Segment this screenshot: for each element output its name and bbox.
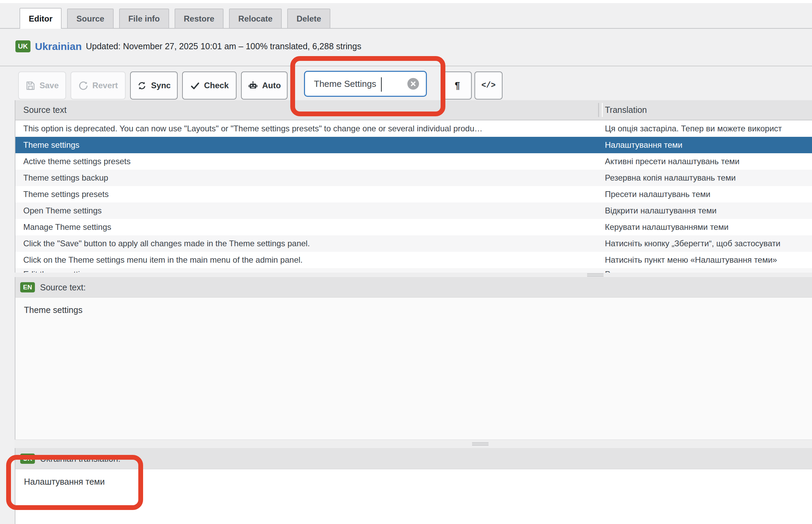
text-cursor [381, 77, 382, 92]
source-text-bar: EN Source text: [15, 277, 812, 298]
table-row[interactable]: Manage Theme settingsКерувати налаштуван… [15, 219, 812, 235]
translation-cell: Активні пресети налаштувань теми [605, 153, 812, 170]
translation-cell: Редагувати налаштування теми [605, 270, 812, 273]
sync-label: Sync [151, 81, 170, 90]
save-icon [25, 81, 35, 91]
source-cell: Theme settings presets [23, 186, 592, 202]
tab-file-info[interactable]: File info [119, 9, 169, 28]
revert-icon [78, 81, 88, 91]
source-cell: Open Theme settings [23, 202, 592, 219]
translation-bar: UK Ukrainian translation: [15, 448, 812, 469]
translation-cell: Пресети налаштувань теми [605, 186, 812, 202]
tab-bar: Editor Source File info Restore Relocate… [0, 9, 812, 29]
tab-relocate[interactable]: Relocate [229, 9, 282, 28]
table-row[interactable]: Click the "Save" button to apply all cha… [15, 235, 812, 252]
translation-label: Ukrainian translation: [40, 454, 120, 463]
save-button[interactable]: Save [18, 71, 66, 100]
table-row[interactable]: Edit theme settingsРедагувати налаштуван… [15, 268, 812, 273]
list-splitter[interactable] [15, 273, 812, 277]
source-text-content: Theme settings [24, 305, 83, 315]
source-cell: This option is deprecated. You can now u… [23, 120, 592, 137]
revert-label: Revert [92, 81, 118, 90]
check-label: Check [204, 81, 229, 90]
source-cell: Theme settings backup [23, 170, 592, 186]
column-header-source[interactable]: Source text [23, 100, 66, 120]
pilcrow-icon: ¶ [455, 80, 460, 91]
auto-label: Auto [262, 81, 281, 90]
source-cell: Click on the Theme settings menu item in… [23, 252, 592, 268]
language-badge: UK [15, 40, 30, 52]
table-row[interactable]: Active theme settings presetsАктивні пре… [15, 153, 812, 170]
column-resize-handle[interactable] [598, 103, 603, 117]
translation-cell: Натисніть пункт меню «Налаштування теми» [605, 252, 812, 268]
table-row[interactable]: Theme settings backupРезервна копія нала… [15, 170, 812, 186]
language-meta: Updated: November 27, 2025 10:01 am – 10… [86, 41, 361, 51]
translation-cell: Натисніть кнопку „Зберегти“, щоб застосу… [605, 235, 812, 252]
code-icon: </> [481, 81, 495, 90]
en-badge: EN [20, 282, 35, 292]
tab-delete[interactable]: Delete [287, 9, 330, 28]
source-cell: Manage Theme settings [23, 219, 592, 235]
check-button[interactable]: Check [182, 71, 237, 100]
search-box [304, 71, 427, 97]
table-row[interactable]: Theme settings presetsПресети налаштуван… [15, 186, 812, 202]
tab-editor[interactable]: Editor [20, 8, 62, 29]
drag-grip-icon[interactable] [587, 273, 604, 277]
tab-source[interactable]: Source [67, 9, 113, 28]
translation-cell: Резервна копія налаштувань теми [605, 170, 812, 186]
auto-button[interactable]: Auto [241, 71, 288, 100]
revert-button[interactable]: Revert [71, 71, 126, 100]
editor-toolbar: Save Revert Sync Check Auto ¶ [0, 66, 812, 100]
source-text-panel: Theme settings [15, 298, 812, 440]
tab-restore[interactable]: Restore [175, 9, 224, 28]
pane-splitter[interactable] [15, 440, 812, 448]
sync-icon [137, 81, 147, 91]
language-name-link[interactable]: Ukrainian [35, 41, 82, 52]
top-edge-strip [0, 0, 812, 3]
translation-cell: Налаштування теми [605, 137, 812, 153]
source-text-label: Source text: [40, 282, 86, 292]
table-row[interactable]: Theme settingsНалаштування теми [15, 137, 812, 153]
translation-list: This option is deprecated. You can now u… [15, 120, 812, 273]
column-header-translation[interactable]: Translation [605, 100, 647, 120]
code-view-button[interactable]: </> [474, 71, 503, 100]
table-header: Source text Translation [15, 100, 812, 120]
loco-translate-editor: Editor Source File info Restore Relocate… [0, 0, 812, 524]
table-row[interactable]: This option is deprecated. You can now u… [15, 120, 812, 137]
search-input[interactable] [305, 79, 399, 89]
sync-button[interactable]: Sync [130, 71, 178, 100]
translation-cell: Ця опція застаріла. Тепер ви можете вико… [605, 120, 812, 137]
source-cell: Theme settings [23, 137, 592, 153]
language-header: UK Ukrainian Updated: November 27, 2025 … [15, 40, 361, 52]
check-icon [190, 81, 200, 91]
source-cell: Edit theme settings [23, 270, 592, 273]
translation-edit-panel[interactable]: Налаштування теми [15, 469, 812, 524]
robot-icon [248, 80, 258, 91]
translation-cell: Відкрити налаштування теми [605, 202, 812, 219]
table-row[interactable]: Click on the Theme settings menu item in… [15, 252, 812, 268]
uk-badge: UK [20, 454, 35, 464]
clear-search-icon[interactable] [407, 78, 419, 90]
save-label: Save [39, 81, 59, 90]
drag-grip-icon[interactable] [472, 442, 489, 446]
table-row[interactable]: Open Theme settingsВідкрити налаштування… [15, 202, 812, 219]
source-cell: Click the "Save" button to apply all cha… [23, 235, 592, 252]
pilcrow-toggle-button[interactable]: ¶ [443, 71, 472, 100]
translation-content[interactable]: Налаштування теми [24, 477, 105, 487]
translation-cell: Керувати налаштуваннями теми [605, 219, 812, 235]
source-cell: Active theme settings presets [23, 153, 592, 170]
